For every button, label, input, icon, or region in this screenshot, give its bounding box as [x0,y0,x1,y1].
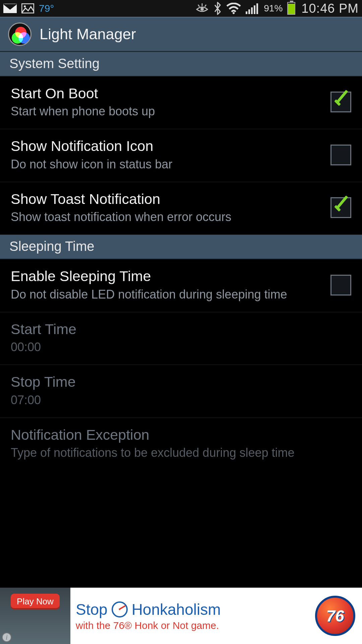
checkbox-start-on-boot[interactable] [330,92,351,112]
pref-show-toast-notification[interactable]: Show Toast Notification Show toast notif… [0,182,362,235]
checkbox-enable-sleeping-time[interactable] [330,275,351,296]
smart-stay-icon [195,3,209,13]
pref-subtitle: Do not disable LED notification during s… [11,287,322,302]
settings-list[interactable]: System Setting Start On Boot Start when … [0,52,362,588]
svg-point-7 [233,12,235,14]
ad-logo-area: 76 [308,588,362,644]
pref-start-on-boot[interactable]: Start On Boot Start when phone boots up [0,76,362,129]
pref-show-notification-icon[interactable]: Show Notification Icon Do not show icon … [0,129,362,182]
svg-rect-8 [246,11,247,14]
ad-subline: with the 76® Honk or Not game. [76,620,303,631]
svg-point-3 [200,7,204,11]
weather-temperature: 79° [39,3,54,14]
pref-notification-exception[interactable]: Notification Exception Type of notificat… [0,418,362,470]
pref-stop-time[interactable]: Stop Time 07:00 [0,365,362,418]
section-system-setting: System Setting [0,52,362,76]
svg-line-4 [198,5,199,7]
mail-icon [3,4,17,13]
pref-title: Stop Time [11,374,351,390]
svg-line-6 [205,5,206,7]
app-title: Light Manager [40,25,136,43]
pref-title: Start On Boot [11,85,322,102]
ad-play-button[interactable]: Play Now [11,594,60,609]
pref-start-time[interactable]: Start Time 00:00 [0,312,362,365]
app-icon [8,22,32,46]
signal-icon [246,3,259,14]
battery-icon [287,2,295,15]
ad-info-icon[interactable]: i [2,633,11,642]
ad-copy: Stop Honkaholism with the 76® Honk or No… [70,588,308,644]
app-header: Light Manager [0,17,362,52]
svg-rect-12 [256,3,258,14]
brand-76-logo: 76 [315,596,355,636]
svg-rect-11 [254,5,255,14]
svg-point-2 [24,5,26,7]
pref-title: Show Notification Icon [11,138,322,154]
battery-percent: 91% [264,3,283,14]
pref-subtitle: Start when phone boots up [11,104,322,119]
pref-title: Enable Sleeping Time [11,268,322,284]
bluetooth-icon [214,2,222,15]
pref-title: Start Time [11,321,351,337]
checkbox-show-toast-notification[interactable] [330,197,351,218]
pref-subtitle: 07:00 [11,392,351,408]
pref-subtitle: Type of notifications to be excluded dur… [11,445,351,460]
checkbox-show-notification-icon[interactable] [330,145,351,165]
ad-banner[interactable]: Play Now Stop Honkaholism with the 76® H… [0,588,362,644]
pref-subtitle: Show toast notification when error occur… [11,209,322,224]
ad-headline-word1: Stop [76,600,108,619]
gallery-icon [21,3,34,13]
pref-title: Notification Exception [11,427,351,443]
pref-enable-sleeping-time[interactable]: Enable Sleeping Time Do not disable LED … [0,259,362,312]
status-clock: 10:46 PM [300,1,359,16]
pref-subtitle: 00:00 [11,339,351,355]
section-sleeping-time: Sleeping Time [0,235,362,259]
pref-title: Show Toast Notification [11,191,322,207]
ad-headline-word2: Honkaholism [132,600,221,619]
steering-wheel-icon [112,601,128,618]
pref-subtitle: Do not show icon in status bar [11,157,322,172]
svg-rect-9 [248,9,250,14]
wifi-icon [226,3,241,14]
svg-rect-10 [251,7,253,14]
status-bar[interactable]: 79° 91% 10:46 PM [0,0,362,17]
